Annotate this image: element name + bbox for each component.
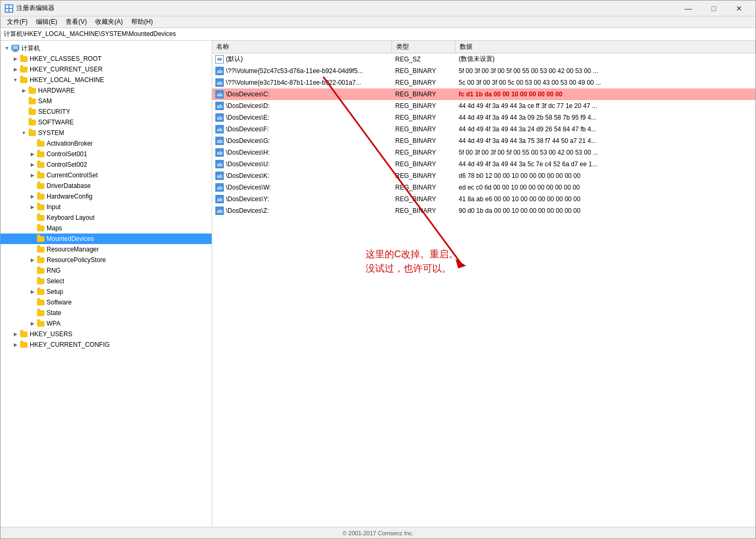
svg-rect-6 bbox=[13, 46, 18, 49]
tree-item-hardwareconfig[interactable]: ▶ HardwareConfig bbox=[1, 191, 212, 202]
expander-resourcepolicystore[interactable]: ▶ bbox=[28, 256, 37, 264]
tree-item-currentcontrolset[interactable]: ▶ CurrentControlSet bbox=[1, 170, 212, 181]
table-row[interactable]: ab \DosDevices\Z: REG_BINARY 90 d0 1b da… bbox=[212, 205, 755, 217]
tree-item-select[interactable]: ▶ Select bbox=[1, 276, 212, 286]
expander-maps[interactable]: ▶ bbox=[28, 224, 37, 232]
tree-item-maps[interactable]: ▶ Maps bbox=[1, 223, 212, 233]
expander-hkey-users[interactable]: ▶ bbox=[11, 330, 20, 338]
expander-mounteddevices[interactable]: ▶ bbox=[28, 235, 37, 243]
tree-item-driverdatabase[interactable]: ▶ DriverDatabase bbox=[1, 181, 212, 191]
tree-item-hkey-current-user[interactable]: ▶ HKEY_CURRENT_USER bbox=[1, 64, 212, 75]
expander-software[interactable]: ▶ bbox=[20, 118, 28, 127]
tree-item-hardware[interactable]: ▶ HARDWARE bbox=[1, 85, 212, 96]
table-row[interactable]: ab \DosDevices\F: REG_BINARY 44 4d 49 4f… bbox=[212, 123, 755, 135]
expander-security[interactable]: ▶ bbox=[20, 107, 28, 116]
folder-icon-currentcontrolset bbox=[37, 171, 45, 179]
tree-item-setup[interactable]: ▶ Setup bbox=[1, 286, 212, 297]
expander-hardwareconfig[interactable]: ▶ bbox=[28, 192, 37, 201]
expander-controlset002[interactable]: ▶ bbox=[28, 160, 37, 169]
expander-driverdatabase[interactable]: ▶ bbox=[28, 182, 37, 190]
list-panel: 名称 类型 数据 ab (默认) REG_SZ (数值未设置) bbox=[212, 41, 755, 527]
svg-rect-8 bbox=[13, 51, 18, 52]
tree-item-software[interactable]: ▶ SOFTWARE bbox=[1, 117, 212, 128]
col-header-data[interactable]: 数据 bbox=[456, 41, 755, 53]
close-button[interactable]: ✕ bbox=[727, 1, 751, 16]
tree-item-keyboardlayout[interactable]: ▶ Keyboard Layout bbox=[1, 212, 212, 223]
table-row[interactable]: ab \DosDevices\U: REG_BINARY 44 4d 49 4f… bbox=[212, 158, 755, 170]
tree-item-hkey-current-config[interactable]: ▶ HKEY_CURRENT_CONFIG bbox=[1, 339, 212, 350]
expander-hkey-current-user[interactable]: ▶ bbox=[11, 65, 20, 74]
col-header-name[interactable]: 名称 bbox=[212, 41, 392, 53]
tree-item-mounteddevices[interactable]: ▶ MountedDevices bbox=[1, 233, 212, 244]
tree-item-software2[interactable]: ▶ Software bbox=[1, 297, 212, 308]
table-row[interactable]: ab \DosDevices\G: REG_BINARY 44 4d 49 4f… bbox=[212, 135, 755, 147]
col-header-type[interactable]: 类型 bbox=[392, 41, 456, 53]
tree-item-input[interactable]: ▶ Input bbox=[1, 202, 212, 212]
expander-rng[interactable]: ▶ bbox=[28, 266, 37, 275]
tree-item-controlset002[interactable]: ▶ ControlSet002 bbox=[1, 159, 212, 170]
tree-item-system[interactable]: ▼ SYSTEM bbox=[1, 128, 212, 138]
tree-item-sam[interactable]: ▶ SAM bbox=[1, 96, 212, 106]
table-row[interactable]: ab (默认) REG_SZ (数值未设置) bbox=[212, 53, 755, 65]
cell-name: ab \DosDevices\U: bbox=[212, 158, 392, 169]
table-row[interactable]: ab \DosDevices\H: REG_BINARY 5f 00 3f 00… bbox=[212, 147, 755, 158]
expander-input[interactable]: ▶ bbox=[28, 203, 37, 211]
menu-help[interactable]: 帮助(H) bbox=[127, 16, 157, 28]
reg-icon: ab bbox=[215, 102, 224, 110]
tree-item-resourcepolicystore[interactable]: ▶ ResourcePolicyStore bbox=[1, 255, 212, 265]
expander-keyboardlayout[interactable]: ▶ bbox=[28, 213, 37, 222]
expander-hkey-classes-root[interactable]: ▶ bbox=[11, 55, 20, 63]
table-row[interactable]: ab \??\Volume{52c47c53-d76a-11ee-b924-04… bbox=[212, 65, 755, 77]
tree-item-security[interactable]: ▶ SECURITY bbox=[1, 106, 212, 117]
cell-name: ab \??\Volume{e3c71b4c-87b1-11ee-b922-00… bbox=[212, 77, 392, 88]
tree-item-state[interactable]: ▶ State bbox=[1, 308, 212, 318]
table-row-c-drive[interactable]: ab \DosDevices\C: REG_BINARY fc d1 1b da… bbox=[212, 88, 755, 100]
cell-type: REG_BINARY bbox=[392, 77, 456, 88]
folder-icon-sam bbox=[28, 97, 37, 105]
expander-setup[interactable]: ▶ bbox=[28, 288, 37, 296]
expander-hkey-local-machine[interactable]: ▼ bbox=[11, 76, 20, 84]
menu-favorites[interactable]: 收藏夹(A) bbox=[91, 16, 127, 28]
menu-edit[interactable]: 编辑(E) bbox=[32, 16, 61, 28]
window-title: 注册表编辑器 bbox=[16, 4, 54, 13]
tree-item-hkey-users[interactable]: ▶ HKEY_USERS bbox=[1, 329, 212, 339]
tree-item-activationbroker[interactable]: ▶ ActivationBroker bbox=[1, 138, 212, 149]
table-row[interactable]: ab \DosDevices\E: REG_BINARY 44 4d 49 4f… bbox=[212, 112, 755, 123]
menu-file[interactable]: 文件(F) bbox=[3, 16, 32, 28]
tree-label-setup: Setup bbox=[47, 288, 63, 295]
expander-hkey-current-config[interactable]: ▶ bbox=[11, 340, 20, 349]
tree-item-rng[interactable]: ▶ RNG bbox=[1, 265, 212, 276]
menu-view[interactable]: 查看(V) bbox=[61, 16, 91, 28]
tree-item-resourcemanager[interactable]: ▶ ResourceManager bbox=[1, 244, 212, 255]
expander-state[interactable]: ▶ bbox=[28, 309, 37, 317]
expander-computer[interactable]: ▼ bbox=[3, 44, 11, 52]
expander-currentcontrolset[interactable]: ▶ bbox=[28, 171, 37, 179]
expander-wpa[interactable]: ▶ bbox=[28, 319, 37, 328]
minimize-button[interactable]: — bbox=[676, 1, 700, 16]
tree-item-controlset001[interactable]: ▶ ControlSet001 bbox=[1, 149, 212, 159]
expander-select[interactable]: ▶ bbox=[28, 277, 37, 285]
table-row[interactable]: ab \DosDevices\D: REG_BINARY 44 4d 49 4f… bbox=[212, 100, 755, 112]
maximize-button[interactable]: □ bbox=[702, 1, 726, 16]
expander-activationbroker[interactable]: ▶ bbox=[28, 139, 37, 148]
svg-text:ab: ab bbox=[217, 69, 223, 74]
folder-icon-resourcepolicystore bbox=[37, 256, 45, 264]
cell-data: 5f 00 3f 00 3f 00 5f 00 55 00 53 00 42 0… bbox=[456, 65, 755, 76]
tree-item-computer[interactable]: ▼ 计算机 bbox=[1, 43, 212, 53]
expander-sam[interactable]: ▶ bbox=[20, 97, 28, 105]
ab-icon: ab bbox=[215, 55, 224, 64]
cell-type: REG_BINARY bbox=[392, 112, 456, 123]
reg-icon: ab bbox=[215, 78, 224, 87]
table-row[interactable]: ab \DosDevices\W: REG_BINARY ed ec c0 6d… bbox=[212, 182, 755, 193]
expander-resourcemanager[interactable]: ▶ bbox=[28, 245, 37, 254]
tree-item-hkey-local-machine[interactable]: ▼ HKEY_LOCAL_MACHINE bbox=[1, 75, 212, 85]
table-row[interactable]: ab \DosDevices\K: REG_BINARY d6 78 b0 12… bbox=[212, 170, 755, 182]
expander-hardware[interactable]: ▶ bbox=[20, 86, 28, 95]
tree-item-wpa[interactable]: ▶ WPA bbox=[1, 318, 212, 329]
table-row[interactable]: ab \??\Volume{e3c71b4c-87b1-11ee-b922-00… bbox=[212, 77, 755, 88]
tree-item-hkey-classes-root[interactable]: ▶ HKEY_CLASSES_ROOT bbox=[1, 53, 212, 64]
expander-system[interactable]: ▼ bbox=[20, 129, 28, 137]
expander-controlset001[interactable]: ▶ bbox=[28, 150, 37, 158]
expander-software2[interactable]: ▶ bbox=[28, 298, 37, 307]
table-row[interactable]: ab \DosDevices\Y: REG_BINARY 41 8a ab e6… bbox=[212, 193, 755, 205]
